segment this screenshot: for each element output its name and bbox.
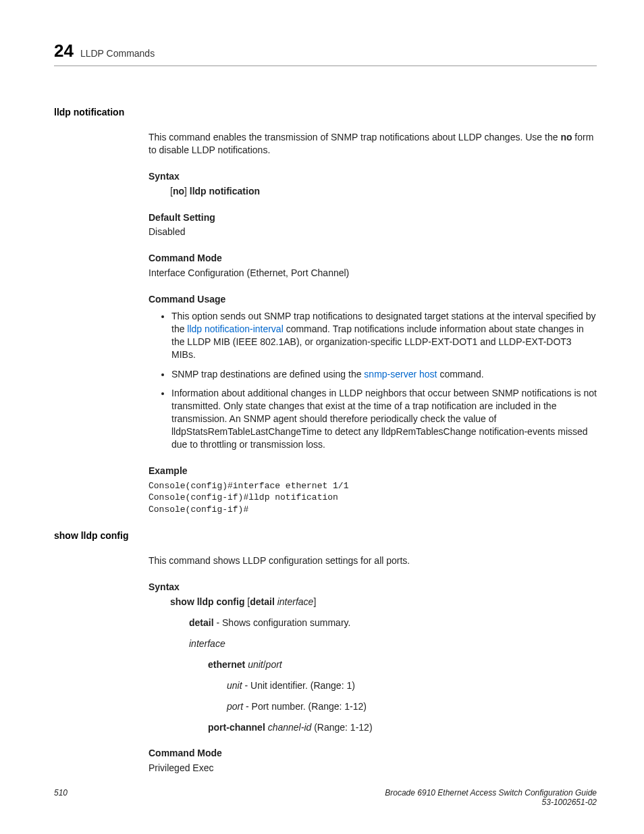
interface-line: interface: [189, 637, 597, 650]
section-heading-lldp-notification: lldp notification: [54, 107, 597, 118]
s2-br2: ]: [313, 596, 316, 607]
command-mode-block-2: Command Mode Privileged Exec: [149, 747, 597, 775]
syntax-block: Syntax [no] lldp notification: [149, 170, 597, 198]
command-usage-block: Command Usage This option sends out SNMP…: [149, 293, 597, 451]
syntax-cmd: lldp notification: [190, 186, 260, 197]
unit-it: unit: [227, 680, 242, 691]
link-lldp-notification-interval[interactable]: lldp notification-interval: [187, 323, 283, 334]
command-mode-label: Command Mode: [149, 252, 597, 265]
port-channel-line: port-channel channel-id (Range: 1-12): [208, 721, 597, 734]
page-footer: 510 Brocade 6910 Ethernet Access Switch …: [54, 788, 597, 807]
port-text: - Port number. (Range: 1-12): [243, 701, 367, 712]
s2-syntax-bold1: show lldp config: [170, 596, 244, 607]
bullet-2-a: SNMP trap destinations are defined using…: [171, 369, 364, 380]
intro-2: This command shows LLDP configuration se…: [149, 554, 597, 567]
s2-syntax-italic: interface: [277, 596, 314, 607]
default-setting-label: Default Setting: [149, 211, 597, 224]
default-setting-value: Disabled: [149, 226, 597, 238]
eth-bold: ethernet: [208, 659, 245, 670]
syntax-no: no: [173, 186, 184, 197]
page-number: 510: [54, 788, 68, 807]
bullet-2-b: command.: [437, 369, 484, 380]
command-mode-block: Command Mode Interface Configuration (Et…: [149, 252, 597, 280]
doc-title: Brocade 6910 Ethernet Access Switch Conf…: [385, 788, 597, 798]
unit-text: - Unit identifier. (Range: 1): [242, 680, 355, 691]
bullet-3: Information about additional changes in …: [171, 387, 597, 450]
command-mode-value-2: Privileged Exec: [149, 762, 597, 775]
bullet-2: SNMP trap destinations are defined using…: [171, 368, 597, 381]
command-mode-value: Interface Configuration (Ethernet, Port …: [149, 267, 597, 280]
intro-text-1: This command enables the transmission of…: [149, 132, 560, 142]
intro-paragraph: This command enables the transmission of…: [149, 131, 597, 157]
pc-text: (Range: 1-12): [311, 722, 372, 733]
detail-bold: detail: [189, 617, 214, 628]
eth-unit: unit: [248, 659, 263, 670]
unit-line: unit - Unit identifier. (Range: 1): [227, 679, 597, 692]
port-line: port - Port number. (Range: 1-12): [227, 700, 597, 713]
default-setting-block: Default Setting Disabled: [149, 211, 597, 239]
example-code: Console(config)#interface ethernet 1/1 C…: [149, 480, 597, 516]
pc-it: channel-id: [268, 722, 312, 733]
chapter-title: LLDP Commands: [80, 48, 155, 59]
example-label: Example: [149, 465, 597, 477]
eth-port: port: [266, 659, 282, 670]
s2-syntax-bold2: detail: [250, 596, 275, 607]
detail-line: detail - Shows configuration summary.: [189, 617, 597, 629]
syntax-line: [no] lldp notification: [170, 185, 597, 198]
command-usage-label: Command Usage: [149, 293, 597, 306]
footer-right: Brocade 6910 Ethernet Access Switch Conf…: [385, 788, 597, 807]
ethernet-line: ethernet unit/port: [208, 658, 597, 671]
chapter-number: 24: [54, 41, 74, 61]
syntax-line-2: show lldp config [detail interface]: [170, 596, 597, 608]
example-block: Example Console(config)#interface ethern…: [149, 465, 597, 516]
page-header: 24 LLDP Commands: [54, 41, 597, 66]
section-heading-show-lldp-config: show lldp config: [54, 530, 597, 541]
doc-id: 53-1002651-02: [385, 798, 597, 807]
command-mode-label-2: Command Mode: [149, 747, 597, 760]
detail-text: - Shows configuration summary.: [214, 617, 351, 628]
syntax-label: Syntax: [149, 170, 597, 183]
link-snmp-server-host[interactable]: snmp-server host: [364, 369, 437, 380]
pc-bold: port-channel: [208, 722, 265, 733]
page-container: 24 LLDP Commands lldp notification This …: [0, 0, 644, 834]
port-it: port: [227, 701, 243, 712]
bullet-1: This option sends out SNMP trap notifica…: [171, 310, 597, 361]
intro-bold-no: no: [560, 132, 572, 142]
syntax-br2: ]: [184, 186, 190, 197]
syntax-block-2: Syntax show lldp config [detail interfac…: [149, 581, 597, 733]
syntax-label-2: Syntax: [149, 581, 597, 594]
usage-bullets: This option sends out SNMP trap notifica…: [149, 310, 597, 451]
